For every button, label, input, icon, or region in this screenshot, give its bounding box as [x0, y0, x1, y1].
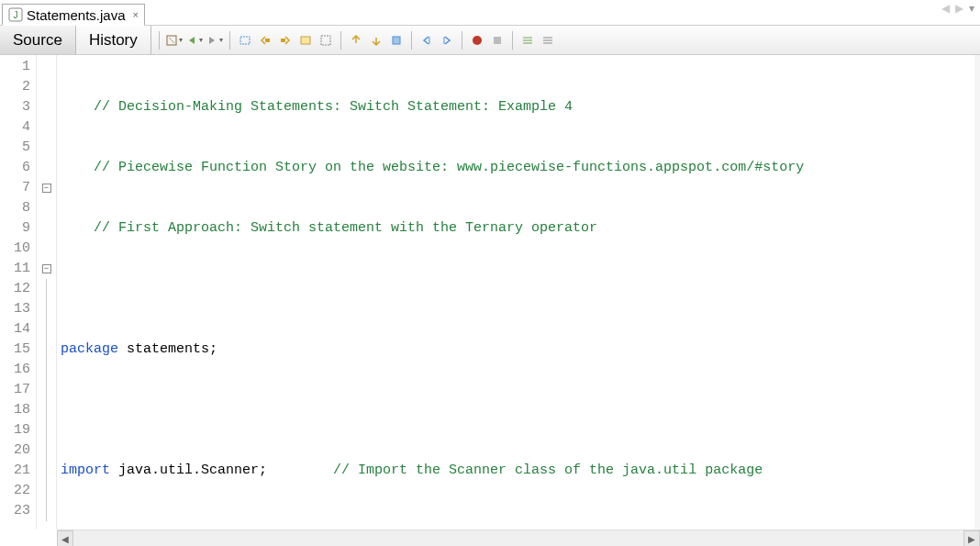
line-number: 21 — [0, 461, 30, 481]
svg-rect-7 — [321, 36, 330, 45]
fold-guide — [46, 461, 47, 481]
line-number: 13 — [0, 299, 30, 319]
toolbar-separator — [411, 31, 412, 50]
fold-guide — [46, 380, 47, 400]
toolbar-separator — [159, 31, 160, 50]
code-line: // Piecewise Function Story on the websi… — [61, 158, 980, 178]
svg-rect-5 — [281, 39, 285, 42]
code-line — [61, 521, 980, 529]
line-number: 9 — [0, 218, 30, 239]
file-tab-bar: J Statements.java × ◀ ▶ ▾ — [0, 0, 980, 26]
line-number: 2 — [0, 77, 30, 97]
close-icon[interactable]: × — [133, 9, 139, 20]
line-number: 6 — [0, 158, 30, 178]
file-tab-label: Statements.java — [27, 7, 126, 23]
line-number: 20 — [0, 440, 30, 461]
fold-guide — [46, 319, 47, 340]
fold-toggle-icon[interactable]: − — [42, 264, 51, 273]
line-number: 19 — [0, 420, 30, 440]
line-number: 14 — [0, 319, 30, 340]
code-line — [61, 400, 980, 420]
line-number: 16 — [0, 360, 30, 380]
code-editor[interactable]: 1 2 3 4 5 6 7 8 9 10 11 12 13 14 15 16 1… — [0, 55, 980, 529]
stop-macro-icon[interactable] — [488, 31, 507, 50]
fold-guide — [46, 481, 47, 501]
line-number: 12 — [0, 279, 30, 299]
code-line — [61, 279, 980, 299]
tab-history[interactable]: History — [76, 26, 151, 54]
code-line: import java.util.Scanner; // Import the … — [61, 461, 980, 481]
error-stripe — [974, 55, 980, 529]
line-number: 7 — [0, 178, 30, 198]
find-prev-icon[interactable] — [256, 31, 274, 50]
line-number: 15 — [0, 340, 30, 360]
code-text[interactable]: // Decision-Making Statements: Switch St… — [57, 55, 980, 529]
find-selection-icon[interactable] — [236, 31, 254, 50]
find-next-icon[interactable] — [276, 31, 295, 50]
fold-guide — [46, 299, 47, 319]
uncomment-icon[interactable] — [539, 31, 557, 50]
svg-rect-8 — [393, 37, 400, 44]
svg-rect-3 — [240, 37, 250, 44]
back-icon[interactable] — [185, 31, 204, 50]
forward-icon[interactable] — [206, 31, 224, 50]
fold-guide — [46, 340, 47, 360]
code-line: package statements; — [61, 340, 980, 360]
fold-gutter: − − — [37, 55, 57, 529]
toolbar — [151, 26, 561, 54]
tab-list-icon[interactable]: ▾ — [969, 2, 974, 15]
scroll-right-icon[interactable]: ▶ — [963, 530, 980, 546]
file-tab-statements[interactable]: J Statements.java × — [2, 4, 145, 26]
line-number: 4 — [0, 117, 30, 138]
toolbar-separator — [229, 31, 230, 50]
line-number: 17 — [0, 380, 30, 400]
comment-icon[interactable] — [518, 31, 537, 50]
fold-guide — [46, 360, 47, 380]
toggle-bookmark-icon[interactable] — [387, 31, 406, 50]
fold-guide — [46, 279, 47, 299]
svg-rect-6 — [301, 37, 310, 44]
svg-rect-4 — [265, 39, 270, 42]
start-macro-icon[interactable] — [468, 31, 486, 50]
toolbar-separator — [340, 31, 341, 50]
last-edit-icon[interactable] — [165, 31, 184, 50]
toggle-highlight-icon[interactable] — [296, 31, 315, 50]
nav-left-icon[interactable]: ◀ — [941, 2, 950, 15]
line-number: 1 — [0, 57, 30, 77]
toggle-rect-select-icon[interactable] — [317, 31, 335, 50]
fold-guide — [46, 501, 47, 521]
line-number: 8 — [0, 198, 30, 218]
line-number: 23 — [0, 501, 30, 521]
tab-source[interactable]: Source — [0, 26, 76, 54]
fold-guide — [46, 440, 47, 461]
nav-right-icon[interactable]: ▶ — [955, 2, 963, 15]
editor-toolbar-row: Source History — [0, 26, 980, 55]
code-line: // Decision-Making Statements: Switch St… — [61, 97, 980, 117]
toolbar-separator — [512, 31, 513, 50]
horizontal-scrollbar[interactable]: ◀ ▶ — [57, 529, 980, 546]
fold-guide — [46, 400, 47, 420]
shift-right-icon[interactable] — [438, 31, 456, 50]
line-number: 22 — [0, 481, 30, 501]
line-number: 3 — [0, 97, 30, 117]
line-number: 10 — [0, 239, 30, 259]
line-number-gutter: 1 2 3 4 5 6 7 8 9 10 11 12 13 14 15 16 1… — [0, 55, 37, 529]
svg-text:J: J — [14, 10, 18, 20]
shift-left-icon[interactable] — [418, 31, 436, 50]
tab-nav-arrows: ◀ ▶ ▾ — [941, 2, 974, 15]
code-line: // First Approach: Switch statement with… — [61, 218, 980, 239]
line-number: 5 — [0, 138, 30, 158]
next-bookmark-icon[interactable] — [367, 31, 385, 50]
scroll-left-icon[interactable]: ◀ — [57, 530, 73, 546]
line-number: 11 — [0, 259, 30, 279]
toolbar-separator — [462, 31, 462, 50]
fold-guide — [46, 420, 47, 440]
prev-bookmark-icon[interactable] — [347, 31, 365, 50]
svg-rect-12 — [494, 37, 501, 44]
line-number: 18 — [0, 400, 30, 420]
svg-point-11 — [473, 36, 482, 45]
java-file-icon: J — [8, 7, 23, 22]
fold-toggle-icon[interactable]: − — [42, 184, 51, 193]
